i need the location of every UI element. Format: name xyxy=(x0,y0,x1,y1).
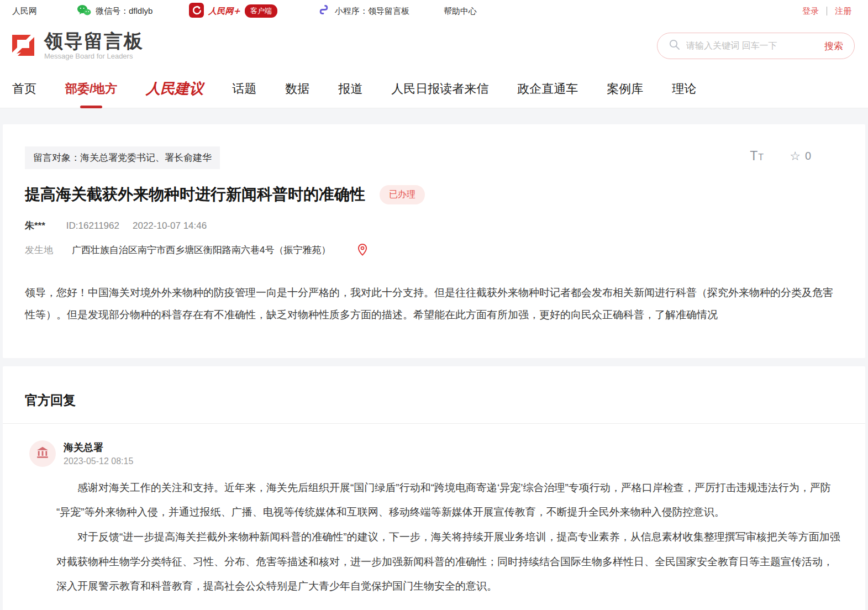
wechat-icon xyxy=(77,4,91,19)
search-button[interactable]: 搜索 xyxy=(824,40,843,52)
miniprogram-label: 小程序：领导留言板 xyxy=(335,6,409,17)
nav-home[interactable]: 首页 xyxy=(12,78,36,99)
nav-data[interactable]: 数据 xyxy=(285,78,309,99)
message-title: 提高海关截获外来物种时进行新闻科普时的准确性 xyxy=(25,184,365,205)
reply-section-title: 官方回复 xyxy=(3,392,865,409)
location-value: 广西壮族自治区南宁市西乡塘区衡阳路南六巷4号（振宁雅苑） xyxy=(72,244,330,256)
register-link[interactable]: 注册 xyxy=(835,6,851,17)
site-logo[interactable]: 领导留言板 Message Board for Leaders xyxy=(8,29,144,62)
nav-reports[interactable]: 报道 xyxy=(338,78,362,99)
nav-peoples-suggestions[interactable]: 人民建议 xyxy=(146,77,203,101)
favorite-button[interactable]: ☆ 0 xyxy=(790,149,811,164)
reply-time: 2023-05-12 08:15 xyxy=(64,456,133,466)
favorite-count: 0 xyxy=(805,150,811,162)
reply-agency-name: 海关总署 xyxy=(64,441,133,454)
app-client-badge: 客户端 xyxy=(245,4,277,18)
reply-paragraph: 对于反馈“进一步提高海关拦截外来物种新闻科普的准确性”的建议，下一步，海关将持续… xyxy=(56,525,840,599)
peoples-daily-plus-label: 人民网+ xyxy=(208,6,240,17)
main-nav: 首页 部委/地方 人民建议 话题 数据 报道 人民日报读者来信 政企直通车 案例… xyxy=(0,70,868,108)
site-header: 领导留言板 Message Board for Leaders 搜索 xyxy=(0,22,868,70)
message-card: 留言对象：海关总署党委书记、署长俞建华 TT ☆ 0 提高海关截获外来物种时进行… xyxy=(3,124,865,358)
nav-gov-enterprise[interactable]: 政企直通车 xyxy=(517,78,578,99)
logo-title: 领导留言板 xyxy=(44,31,144,51)
logo-icon xyxy=(8,29,39,62)
government-building-icon xyxy=(35,445,50,462)
message-id: ID:16211962 xyxy=(66,220,119,232)
miniprogram-group[interactable]: 小程序：领导留言板 xyxy=(317,4,409,19)
auth-divider xyxy=(827,7,827,15)
message-author: 朱*** xyxy=(25,219,45,232)
peoples-daily-app-group[interactable]: 人民网+ 客户端 xyxy=(189,3,277,19)
nav-case-library[interactable]: 案例库 xyxy=(607,78,643,99)
login-link[interactable]: 登录 xyxy=(802,6,819,17)
reply-author-block: 海关总署 2023-05-12 08:15 xyxy=(3,440,865,467)
location-label: 发生地 xyxy=(25,244,53,256)
wechat-id-label: 微信号：dfldlyb xyxy=(96,6,152,17)
nav-theory[interactable]: 理论 xyxy=(672,78,696,99)
top-utility-bar: 人民网 微信号：dfldlyb 人民网+ 客户端 小程序：领导留言板 帮助中心 … xyxy=(0,0,868,22)
peoples-daily-link[interactable]: 人民网 xyxy=(12,6,37,17)
message-target-tag: 留言对象：海关总署党委书记、署长俞建华 xyxy=(25,146,220,169)
peoples-daily-app-icon xyxy=(189,3,204,19)
wechat-group: 微信号：dfldlyb xyxy=(77,4,152,19)
star-icon: ☆ xyxy=(790,149,801,164)
reply-divider xyxy=(3,423,865,424)
search-input[interactable] xyxy=(686,41,824,51)
nav-ministries-local[interactable]: 部委/地方 xyxy=(65,78,117,99)
help-center-link[interactable]: 帮助中心 xyxy=(444,6,477,17)
logo-subtitle: Message Board for Leaders xyxy=(44,52,144,60)
reply-body: 感谢对海关工作的关注和支持。近年来，海关先后组织开展“国门绿盾”行动和“跨境电商… xyxy=(3,476,865,599)
reply-card: 官方回复 海关总署 2023-05-12 08:15 感谢对海关工作的关注和支持… xyxy=(3,366,865,610)
search-icon xyxy=(669,39,681,53)
search-box: 搜索 xyxy=(657,33,855,59)
status-badge: 已办理 xyxy=(380,185,425,204)
message-body: 领导，您好！中国海关对境外外来物种的防疫管理一向是十分严格的，我对此十分支持。但… xyxy=(25,282,843,326)
message-time: 2022-10-07 14:46 xyxy=(133,220,207,232)
map-pin-icon[interactable] xyxy=(357,243,368,256)
miniprogram-icon xyxy=(317,4,330,19)
nav-reader-letters[interactable]: 人民日报读者来信 xyxy=(391,78,488,99)
reply-paragraph: 感谢对海关工作的关注和支持。近年来，海关先后组织开展“国门绿盾”行动和“跨境电商… xyxy=(56,476,840,525)
avatar xyxy=(29,440,56,467)
font-size-icon[interactable]: TT xyxy=(750,149,764,164)
page-content: 留言对象：海关总署党委书记、署长俞建华 TT ☆ 0 提高海关截获外来物种时进行… xyxy=(0,108,868,610)
nav-topics[interactable]: 话题 xyxy=(232,78,256,99)
